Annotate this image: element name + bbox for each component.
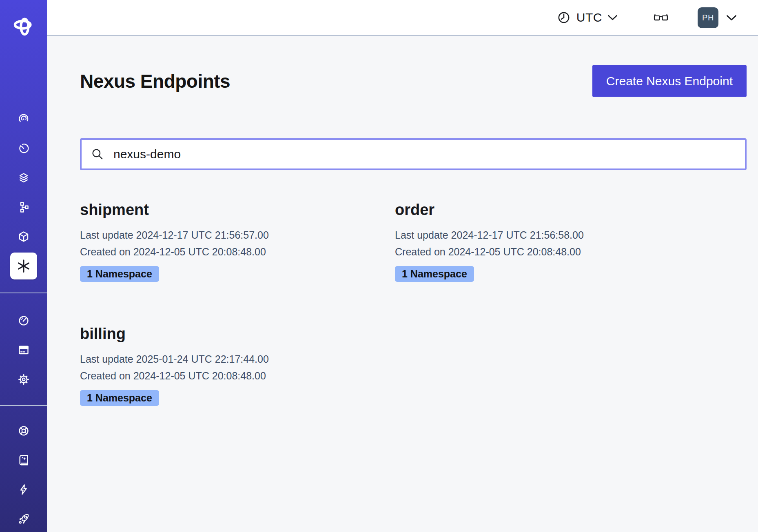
rocket-getting-started-icon — [17, 512, 30, 525]
branch-deployments-icon — [17, 201, 30, 214]
sidebar-item-quick-actions[interactable] — [0, 475, 47, 504]
endpoint-created-on: Created on 2024-12-05 UTC 20:08:48.00 — [80, 368, 395, 384]
reader-mode-button[interactable] — [653, 11, 669, 24]
timezone-selector[interactable]: UTC — [556, 10, 618, 25]
top-bar: UTC PH — [47, 0, 758, 36]
sidebar-item-usage[interactable] — [0, 306, 47, 335]
sidebar-item-nexus[interactable] — [0, 251, 47, 281]
endpoint-card-billing[interactable]: billing Last update 2025-01-24 UTC 22:17… — [80, 325, 395, 406]
temporal-logo-icon — [13, 15, 35, 37]
sidebar-item-deployments[interactable] — [0, 193, 47, 222]
timer-schedules-icon — [17, 142, 30, 155]
sidebar-item-getting-started[interactable] — [0, 504, 47, 532]
chevron-down-icon — [726, 15, 737, 21]
sidebar-item-workflows[interactable] — [0, 104, 47, 134]
endpoint-last-update: Last update 2024-12-17 UTC 21:56:58.00 — [395, 227, 747, 244]
create-nexus-endpoint-button[interactable]: Create Nexus Endpoint — [592, 65, 747, 97]
chevron-down-icon — [607, 15, 618, 20]
endpoint-created-on: Created on 2024-12-05 UTC 20:08:48.00 — [395, 244, 747, 260]
clock-icon — [556, 10, 571, 25]
endpoint-last-update: Last update 2024-12-17 UTC 21:56:57.00 — [80, 227, 395, 244]
sidebar-item-docs[interactable] — [0, 446, 47, 475]
account-menu[interactable]: PH — [698, 7, 737, 28]
endpoint-created-on: Created on 2024-12-05 UTC 20:08:48.00 — [80, 244, 395, 260]
sidebar-item-namespaces[interactable] — [0, 163, 47, 193]
endpoint-last-update: Last update 2025-01-24 UTC 22:17:44.00 — [80, 351, 395, 368]
timezone-label: UTC — [576, 11, 602, 24]
asterisk-nexus-icon — [16, 258, 32, 274]
glasses-icon — [653, 11, 669, 24]
lightning-icon — [17, 483, 30, 496]
sidebar-item-archival[interactable] — [0, 222, 47, 251]
sidebar-divider — [0, 293, 47, 293]
namespace-count-badge: 1 Namespace — [80, 266, 159, 282]
sidebar-item-support[interactable] — [0, 416, 47, 446]
endpoint-list: shipment Last update 2024-12-17 UTC 21:5… — [80, 201, 747, 406]
book-docs-icon — [17, 454, 30, 467]
endpoint-name[interactable]: shipment — [80, 201, 395, 219]
search-box[interactable] — [80, 138, 747, 170]
sidebar-divider — [0, 405, 47, 406]
credit-card-billing-icon — [17, 344, 30, 357]
sidebar-item-settings[interactable] — [0, 365, 47, 394]
search-input[interactable] — [113, 140, 745, 168]
endpoint-card-order[interactable]: order Last update 2024-12-17 UTC 21:56:5… — [395, 201, 747, 282]
title-row: Nexus Endpoints Create Nexus Endpoint — [80, 65, 747, 97]
temporal-logo[interactable] — [0, 15, 47, 37]
page-title: Nexus Endpoints — [80, 70, 230, 92]
sidebar-nav-main — [0, 104, 47, 281]
search-icon — [91, 147, 104, 161]
life-ring-support-icon — [17, 424, 30, 437]
sidebar — [0, 0, 47, 532]
sidebar-item-billing[interactable] — [0, 335, 47, 365]
layers-namespaces-icon — [17, 171, 30, 184]
main-content: Nexus Endpoints Create Nexus Endpoint sh… — [47, 37, 758, 532]
avatar[interactable]: PH — [698, 7, 718, 28]
spiral-workflows-icon — [17, 113, 30, 126]
endpoint-name[interactable]: order — [395, 201, 747, 219]
namespace-count-badge: 1 Namespace — [395, 266, 474, 282]
sidebar-item-schedules[interactable] — [0, 134, 47, 163]
sidebar-nav-account — [0, 306, 47, 394]
nexus-active-indicator — [10, 253, 37, 279]
gauge-usage-icon — [17, 314, 30, 327]
namespace-count-badge: 1 Namespace — [80, 390, 159, 406]
gear-settings-icon — [17, 373, 30, 386]
sidebar-nav-help — [0, 416, 47, 532]
cube-icon — [17, 230, 30, 243]
endpoint-name[interactable]: billing — [80, 325, 395, 343]
endpoint-card-shipment[interactable]: shipment Last update 2024-12-17 UTC 21:5… — [80, 201, 395, 282]
